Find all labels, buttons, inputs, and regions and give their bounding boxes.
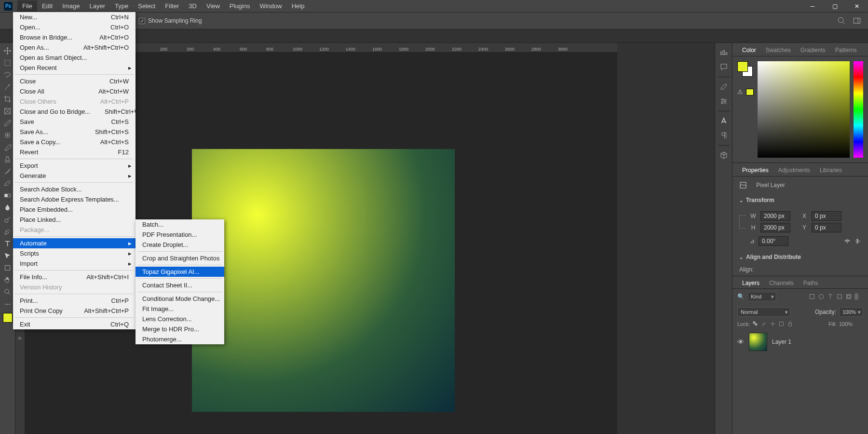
width-input[interactable]: 2000 px <box>760 211 790 221</box>
tab-swatches[interactable]: Swatches <box>761 44 796 56</box>
eraser-tool[interactable] <box>1 177 14 190</box>
brush-tool[interactable] <box>1 141 14 153</box>
menuitem-new-[interactable]: New...Ctrl+N <box>13 12 136 22</box>
menuitem-export[interactable]: Export▸ <box>13 161 136 171</box>
menuitem-exit[interactable]: ExitCtrl+Q <box>13 319 136 329</box>
opacity-input[interactable]: 100% <box>839 307 863 317</box>
fg-bg-swatches[interactable] <box>737 61 753 77</box>
menuitem-search-adobe-express-templates-[interactable]: Search Adobe Express Templates... <box>13 194 136 204</box>
tab-channels[interactable]: Channels <box>764 278 799 288</box>
menu-plugins[interactable]: Plugins <box>225 0 255 12</box>
menuitem-create-droplet-[interactable]: Create Droplet... <box>136 240 224 250</box>
menu-file[interactable]: File <box>17 0 37 12</box>
wand-tool[interactable] <box>1 81 14 93</box>
search-icon[interactable] <box>837 16 846 25</box>
menu-edit[interactable]: Edit <box>37 0 57 12</box>
crop-tool[interactable] <box>1 93 14 105</box>
lock-position-icon[interactable] <box>770 321 776 327</box>
menuitem-package-[interactable]: Package... <box>13 225 136 235</box>
menu-help[interactable]: Help <box>287 0 310 12</box>
fill-input[interactable]: 100% <box>839 321 863 327</box>
show-sampling-ring-checkbox[interactable]: ✓Show Sampling Ring <box>139 17 202 24</box>
menuitem-photomerge-[interactable]: Photomerge... <box>136 334 224 344</box>
more-tools[interactable]: ⋯ <box>1 298 14 310</box>
menuitem-pdf-presentation-[interactable]: PDF Presentation... <box>136 230 224 240</box>
gamut-swatch[interactable] <box>746 89 754 95</box>
blur-tool[interactable] <box>1 202 14 214</box>
tab-libraries[interactable]: Libraries <box>815 164 847 176</box>
foreground-color-swatch[interactable] <box>3 313 13 323</box>
tab-paths[interactable]: Paths <box>799 278 823 288</box>
lock-all-icon[interactable] <box>787 321 793 327</box>
height-input[interactable]: 2000 px <box>760 223 790 232</box>
visibility-icon[interactable]: 👁 <box>737 338 744 346</box>
pen-tool[interactable] <box>1 226 14 238</box>
menuitem-topaz-gigapixel-ai-[interactable]: Topaz Gigapixel AI... <box>136 267 224 277</box>
menuitem-crop-and-straighten-photos[interactable]: Crop and Straighten Photos <box>136 253 224 263</box>
transform-section[interactable]: ⌄Transform <box>732 194 868 206</box>
menuitem-save-as-[interactable]: Save As...Shift+Ctrl+S <box>13 127 136 137</box>
menuitem-place-embedded-[interactable]: Place Embedded... <box>13 204 136 215</box>
lock-artboard-icon[interactable] <box>778 321 785 327</box>
menuitem-generate[interactable]: Generate▸ <box>13 171 136 181</box>
tab-layers[interactable]: Layers <box>737 278 764 288</box>
layer-filter-dropdown[interactable]: Kind <box>747 292 776 301</box>
color-field[interactable] <box>758 61 850 158</box>
canvas[interactable] <box>192 149 455 412</box>
menuitem-print-one-copy[interactable]: Print One CopyAlt+Shift+Ctrl+P <box>13 306 136 316</box>
menuitem-automate[interactable]: Automate▸ <box>13 238 136 248</box>
brushes-icon[interactable] <box>717 80 731 94</box>
menuitem-save-a-copy-[interactable]: Save a Copy...Alt+Ctrl+S <box>13 137 136 147</box>
menu-3d[interactable]: 3D <box>184 0 202 12</box>
shape-tool[interactable] <box>1 262 14 274</box>
menuitem-version-history[interactable]: Version History <box>13 282 136 292</box>
menuitem-import[interactable]: Import▸ <box>13 258 136 269</box>
menuitem-merge-to-hdr-pro-[interactable]: Merge to HDR Pro... <box>136 324 224 334</box>
layer-thumbnail[interactable] <box>749 333 767 351</box>
menuitem-close-others[interactable]: Close OthersAlt+Ctrl+P <box>13 96 136 107</box>
frame-tool[interactable] <box>1 105 14 117</box>
type-tool[interactable] <box>1 238 14 250</box>
close-button[interactable]: ✕ <box>846 0 868 12</box>
menu-filter[interactable]: Filter <box>160 0 184 12</box>
menuitem-open-recent[interactable]: Open Recent▸ <box>13 63 136 73</box>
menu-type[interactable]: Type <box>110 0 133 12</box>
maximize-button[interactable]: ▢ <box>824 0 846 12</box>
history-brush-tool[interactable] <box>1 165 14 177</box>
x-input[interactable]: 0 px <box>812 211 841 221</box>
tab-gradients[interactable]: Gradients <box>796 44 830 56</box>
tab-adjustments[interactable]: Adjustments <box>773 164 815 176</box>
sliders-icon[interactable] <box>717 95 731 108</box>
tab-properties[interactable]: Properties <box>737 164 773 176</box>
menu-image[interactable]: Image <box>57 0 84 12</box>
menuitem-close[interactable]: CloseCtrl+W <box>13 76 136 86</box>
menuitem-revert[interactable]: RevertF12 <box>13 147 136 157</box>
align-section[interactable]: ⌄Align and Distribute <box>732 251 868 263</box>
filter-smart-icon[interactable] <box>845 293 852 300</box>
flip-h-icon[interactable] <box>844 238 851 244</box>
lock-paint-icon[interactable] <box>761 321 767 327</box>
menuitem-search-adobe-stock-[interactable]: Search Adobe Stock... <box>13 184 136 194</box>
zoom-tool[interactable] <box>1 286 14 298</box>
workspace-icon[interactable] <box>853 16 861 25</box>
filter-shape-icon[interactable] <box>836 293 843 300</box>
hue-slider[interactable] <box>854 61 863 158</box>
menuitem-lens-correction-[interactable]: Lens Correction... <box>136 314 224 324</box>
menuitem-contact-sheet-ii-[interactable]: Contact Sheet II... <box>136 280 224 290</box>
dodge-tool[interactable] <box>1 214 14 226</box>
filter-pixel-icon[interactable] <box>809 293 815 300</box>
menuitem-batch-[interactable]: Batch... <box>136 219 224 230</box>
menuitem-open-as-[interactable]: Open As...Alt+Shift+Ctrl+O <box>13 42 136 53</box>
flip-v-icon[interactable] <box>854 238 861 244</box>
eyedropper-tool[interactable] <box>1 117 14 129</box>
menuitem-place-linked-[interactable]: Place Linked... <box>13 215 136 225</box>
menuitem-close-and-go-to-bridge-[interactable]: Close and Go to Bridge...Shift+Ctrl+W <box>13 107 136 117</box>
healing-tool[interactable] <box>1 129 14 141</box>
angle-input[interactable]: 0.00° <box>759 236 788 246</box>
path-tool[interactable] <box>1 250 14 262</box>
paragraph-icon[interactable] <box>717 129 731 142</box>
menuitem-open-[interactable]: Open...Ctrl+O <box>13 22 136 32</box>
gradient-tool[interactable] <box>1 190 14 202</box>
menuitem-fit-image-[interactable]: Fit Image... <box>136 304 224 314</box>
3d-icon[interactable] <box>717 149 731 162</box>
